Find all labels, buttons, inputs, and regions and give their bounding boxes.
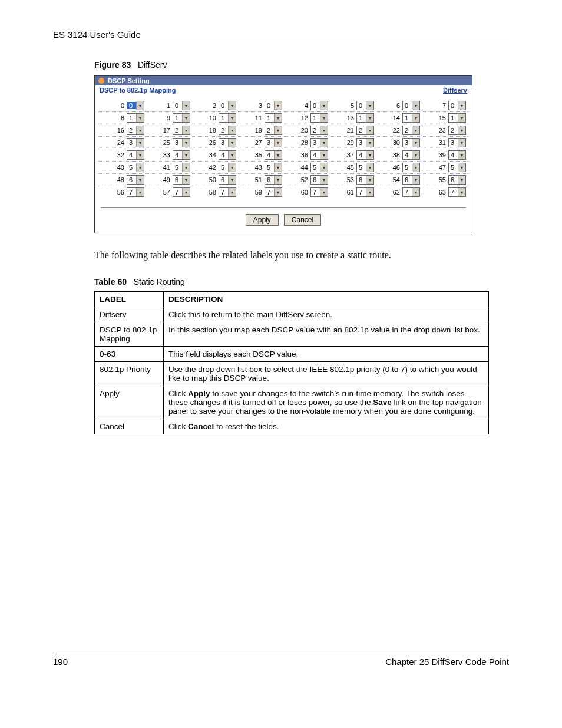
priority-select[interactable]: 4▼ (448, 150, 466, 160)
dscp-cell: 516▼ (236, 175, 282, 185)
subheader-title: DSCP to 802.1p Mapping (100, 87, 176, 94)
priority-select[interactable]: 2▼ (127, 126, 144, 135)
dscp-cell: 607▼ (282, 187, 328, 197)
priority-select[interactable]: 2▼ (173, 126, 190, 135)
dscp-cell: 141▼ (374, 113, 420, 123)
priority-select[interactable]: 1▼ (448, 113, 466, 123)
priority-select[interactable]: 3▼ (356, 138, 374, 147)
priority-select[interactable]: 2▼ (310, 126, 328, 135)
priority-select[interactable]: 1▼ (173, 113, 190, 123)
dscp-value-label: 45 (343, 164, 354, 171)
dscp-value-label: 62 (389, 189, 400, 196)
priority-select[interactable]: 6▼ (356, 175, 374, 185)
priority-select[interactable]: 3▼ (448, 138, 466, 147)
diffserv-link[interactable]: Diffserv (443, 87, 467, 94)
figure-number: Figure 83 (94, 60, 131, 70)
priority-select[interactable]: 3▼ (265, 138, 282, 147)
table-row: 0-63This field displays each DSCP value. (95, 347, 489, 362)
priority-select[interactable]: 5▼ (173, 163, 190, 172)
priority-select[interactable]: 5▼ (448, 163, 466, 172)
priority-select[interactable]: 2▼ (219, 126, 236, 135)
priority-select[interactable]: 1▼ (219, 113, 236, 123)
dscp-cell: 354▼ (236, 150, 282, 160)
priority-select[interactable]: 7▼ (310, 187, 328, 197)
dropdown-arrow-icon: ▼ (136, 188, 144, 196)
priority-select[interactable]: 6▼ (173, 175, 190, 185)
priority-select[interactable]: 4▼ (356, 150, 374, 160)
dropdown-arrow-icon: ▼ (366, 176, 373, 184)
priority-select[interactable]: 1▼ (127, 113, 144, 123)
dscp-cell: 243▼ (98, 138, 144, 147)
priority-select[interactable]: 5▼ (219, 163, 236, 172)
priority-select[interactable]: 2▼ (448, 126, 466, 135)
row-description: In this section you map each DSCP value … (164, 322, 489, 347)
priority-select[interactable]: 0▼ (127, 101, 144, 110)
dropdown-arrow-icon: ▼ (228, 151, 236, 159)
priority-select[interactable]: 1▼ (356, 113, 374, 123)
priority-select[interactable]: 0▼ (356, 101, 374, 110)
priority-select[interactable]: 2▼ (402, 126, 420, 135)
priority-select[interactable]: 4▼ (173, 150, 190, 160)
priority-select[interactable]: 4▼ (219, 150, 236, 160)
priority-select[interactable]: 6▼ (402, 175, 420, 185)
priority-select[interactable]: 1▼ (310, 113, 328, 123)
dscp-mapping-grid: 00▼10▼20▼30▼40▼50▼60▼70▼81▼91▼101▼111▼12… (95, 97, 472, 204)
priority-select[interactable]: 6▼ (310, 175, 328, 185)
dropdown-arrow-icon: ▼ (320, 114, 328, 122)
priority-select[interactable]: 5▼ (310, 163, 328, 172)
dropdown-arrow-icon: ▼ (182, 188, 190, 196)
priority-select[interactable]: 7▼ (402, 187, 420, 197)
table-row: ApplyClick Apply to save your changes to… (95, 386, 489, 419)
priority-select[interactable]: 0▼ (448, 101, 466, 110)
priority-select[interactable]: 4▼ (265, 150, 282, 160)
priority-select[interactable]: 5▼ (265, 163, 282, 172)
dscp-cell: 384▼ (374, 150, 420, 160)
priority-select[interactable]: 7▼ (448, 187, 466, 197)
priority-select[interactable]: 1▼ (265, 113, 282, 123)
row-label: 0-63 (95, 347, 164, 362)
priority-select[interactable]: 6▼ (219, 175, 236, 185)
priority-select[interactable]: 7▼ (219, 187, 236, 197)
priority-select[interactable]: 5▼ (402, 163, 420, 172)
priority-select[interactable]: 3▼ (219, 138, 236, 147)
priority-select[interactable]: 1▼ (402, 113, 420, 123)
priority-select[interactable]: 3▼ (127, 138, 144, 147)
priority-value: 0 (357, 102, 366, 109)
priority-select[interactable]: 6▼ (127, 175, 144, 185)
dropdown-arrow-icon: ▼ (182, 176, 190, 184)
table-row: CancelClick Cancel to reset the fields. (95, 419, 489, 434)
priority-select[interactable]: 6▼ (448, 175, 466, 185)
apply-button[interactable]: Apply (246, 214, 279, 226)
priority-select[interactable]: 6▼ (265, 175, 282, 185)
priority-value: 5 (173, 164, 182, 171)
priority-value: 5 (219, 164, 228, 171)
priority-select[interactable]: 2▼ (265, 126, 282, 135)
priority-select[interactable]: 7▼ (173, 187, 190, 197)
priority-select[interactable]: 0▼ (402, 101, 420, 110)
priority-select[interactable]: 2▼ (356, 126, 374, 135)
priority-select[interactable]: 0▼ (219, 101, 236, 110)
priority-select[interactable]: 4▼ (127, 150, 144, 160)
priority-value: 4 (173, 151, 182, 159)
priority-select[interactable]: 3▼ (402, 138, 420, 147)
priority-select[interactable]: 7▼ (356, 187, 374, 197)
priority-value: 7 (173, 189, 182, 196)
priority-select[interactable]: 5▼ (127, 163, 144, 172)
priority-select[interactable]: 0▼ (173, 101, 190, 110)
priority-select[interactable]: 4▼ (310, 150, 328, 160)
priority-select[interactable]: 7▼ (265, 187, 282, 197)
priority-select[interactable]: 3▼ (310, 138, 328, 147)
priority-value: 6 (449, 176, 458, 183)
priority-value: 3 (173, 139, 182, 146)
priority-select[interactable]: 5▼ (356, 163, 374, 172)
cancel-button[interactable]: Cancel (284, 214, 321, 226)
priority-select[interactable]: 4▼ (402, 150, 420, 160)
priority-select[interactable]: 0▼ (265, 101, 282, 110)
dscp-cell: 374▼ (328, 150, 374, 160)
priority-select[interactable]: 3▼ (173, 138, 190, 147)
priority-select[interactable]: 0▼ (310, 101, 328, 110)
dscp-cell: 637▼ (420, 187, 466, 197)
priority-select[interactable]: 7▼ (127, 187, 144, 197)
table-title: Static Routing (134, 277, 185, 286)
dscp-value-label: 21 (343, 127, 354, 134)
